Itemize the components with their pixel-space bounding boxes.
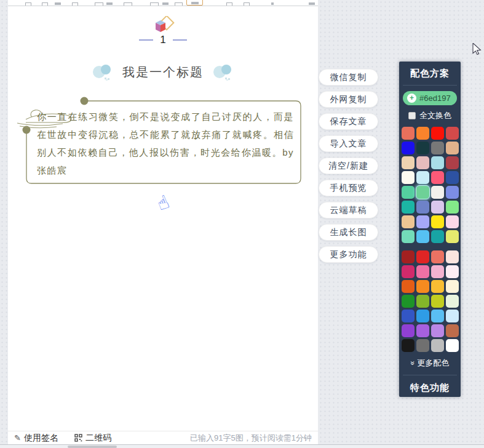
- editor-canvas[interactable]: 1 我是一个标题: [8, 0, 318, 444]
- color-swatch[interactable]: [431, 324, 444, 337]
- quote-text[interactable]: 你一直在练习微笑，倒不是说变成了自己讨厌的人，而是在世故中变得沉稳，总不能累了就…: [37, 108, 294, 179]
- color-swatch[interactable]: [402, 186, 415, 199]
- color-swatch[interactable]: [416, 186, 429, 199]
- color-swatch[interactable]: [416, 127, 429, 140]
- current-color-pill[interactable]: + #6ed197: [403, 91, 457, 105]
- color-swatch[interactable]: [431, 250, 444, 263]
- color-swatch[interactable]: [402, 339, 415, 352]
- color-swatch[interactable]: [431, 339, 444, 352]
- color-swatch[interactable]: [431, 127, 444, 140]
- color-swatch[interactable]: [431, 156, 444, 169]
- action-button[interactable]: 云端草稿: [319, 202, 378, 218]
- color-swatch[interactable]: [416, 230, 429, 243]
- color-swatch[interactable]: [402, 127, 415, 140]
- action-button[interactable]: 手机预览: [319, 180, 378, 196]
- color-swatch[interactable]: [416, 142, 429, 154]
- color-swatch[interactable]: [416, 339, 429, 352]
- color-swatch[interactable]: [431, 295, 444, 308]
- color-swatch[interactable]: [446, 201, 459, 214]
- color-swatch[interactable]: [431, 230, 444, 243]
- toolbar-icon-clipped[interactable]: [175, 2, 183, 6]
- color-swatch[interactable]: [402, 215, 415, 228]
- color-swatch[interactable]: [416, 201, 429, 214]
- color-swatch[interactable]: [431, 310, 444, 322]
- action-button[interactable]: 生成长图: [319, 224, 378, 241]
- color-swatch[interactable]: [446, 215, 459, 228]
- color-swatch[interactable]: [446, 265, 459, 278]
- color-swatch[interactable]: [446, 142, 459, 154]
- color-swatch[interactable]: [446, 295, 459, 308]
- quote-block[interactable]: 你一直在练习微笑，倒不是说变成了自己讨厌的人，而是在世故中变得沉稳，总不能累了就…: [12, 92, 307, 191]
- toolbar-icon-clipped[interactable]: [124, 2, 132, 6]
- toolbar-icon-clipped[interactable]: [42, 2, 48, 6]
- toolbar-icon-clipped[interactable]: [55, 2, 61, 5]
- action-button[interactable]: 更多功能: [319, 246, 378, 263]
- action-button[interactable]: 清空/新建: [319, 158, 378, 174]
- color-swatch[interactable]: [402, 171, 415, 184]
- page-title[interactable]: 我是一个标题: [122, 64, 204, 81]
- action-button[interactable]: 导入文章: [319, 135, 378, 152]
- add-color-icon[interactable]: +: [407, 94, 416, 103]
- toolbar-icon-clipped[interactable]: [309, 2, 315, 5]
- toolbar-icon-clipped[interactable]: [95, 2, 103, 6]
- color-swatch[interactable]: [416, 215, 429, 228]
- color-swatch[interactable]: [416, 295, 429, 308]
- color-swatch[interactable]: [431, 265, 444, 278]
- horizontal-scrollbar[interactable]: [0, 444, 484, 448]
- toolbar-icon-clipped[interactable]: [106, 2, 113, 5]
- action-button-column: 微信复制外网复制保存文章导入文章清空/新建手机预览云端草稿生成长图更多功能: [319, 69, 378, 268]
- color-swatch[interactable]: [446, 230, 459, 243]
- color-swatch[interactable]: [416, 171, 429, 184]
- action-button[interactable]: 微信复制: [319, 69, 378, 86]
- color-swatch[interactable]: [446, 156, 459, 169]
- color-swatch[interactable]: [446, 171, 459, 184]
- color-swatch[interactable]: [446, 186, 459, 199]
- color-swatch[interactable]: [431, 142, 444, 154]
- active-tool-highlight[interactable]: [186, 0, 203, 6]
- color-swatch[interactable]: [446, 127, 459, 140]
- more-colors-button[interactable]: » 更多配色: [399, 358, 461, 369]
- color-swatch[interactable]: [446, 339, 459, 352]
- toolbar-clipped: [8, 0, 318, 6]
- color-swatch[interactable]: [431, 215, 444, 228]
- color-swatch[interactable]: [446, 324, 459, 337]
- use-signature-button[interactable]: ✎ 使用签名: [14, 433, 58, 444]
- action-button[interactable]: 外网复制: [319, 91, 378, 108]
- color-swatch[interactable]: [402, 310, 415, 322]
- full-recolor-toggle[interactable]: 全文换色: [399, 110, 461, 121]
- color-swatch[interactable]: [416, 250, 429, 263]
- color-swatch[interactable]: [431, 186, 444, 199]
- color-swatch[interactable]: [402, 265, 415, 278]
- color-swatch[interactable]: [402, 250, 415, 263]
- color-swatch[interactable]: [446, 310, 459, 322]
- color-swatch[interactable]: [416, 265, 429, 278]
- color-swatch[interactable]: [402, 295, 415, 308]
- color-swatch[interactable]: [402, 230, 415, 243]
- toolbar-icon-clipped[interactable]: [150, 2, 159, 6]
- color-swatch[interactable]: [402, 201, 415, 214]
- color-swatch[interactable]: [431, 280, 444, 293]
- color-swatch[interactable]: [402, 156, 415, 169]
- toolbar-icon-clipped[interactable]: [162, 2, 169, 5]
- qrcode-button[interactable]: 二维码: [74, 433, 111, 444]
- action-button[interactable]: 保存文章: [319, 113, 378, 130]
- color-swatch[interactable]: [402, 324, 415, 337]
- toolbar-icon-clipped[interactable]: [25, 2, 31, 6]
- color-swatch[interactable]: [416, 310, 429, 322]
- color-swatch[interactable]: [416, 280, 429, 293]
- color-swatch[interactable]: [416, 156, 429, 169]
- toolbar-redo-icon[interactable]: [244, 2, 250, 6]
- checkbox-icon[interactable]: [408, 112, 416, 119]
- color-swatch[interactable]: [431, 171, 444, 184]
- color-swatch[interactable]: [402, 280, 415, 293]
- color-swatch[interactable]: [431, 201, 444, 214]
- toolbar-icon-clipped[interactable]: [271, 2, 274, 5]
- scrollbar-thumb[interactable]: [68, 446, 117, 448]
- toolbar-undo-icon[interactable]: [226, 2, 232, 6]
- featured-functions-button[interactable]: 特色功能: [399, 382, 461, 394]
- color-swatch[interactable]: [402, 142, 415, 154]
- toolbar-icon-clipped[interactable]: [72, 2, 78, 6]
- color-swatch[interactable]: [416, 324, 429, 337]
- color-swatch[interactable]: [446, 250, 459, 263]
- color-swatch[interactable]: [446, 280, 459, 293]
